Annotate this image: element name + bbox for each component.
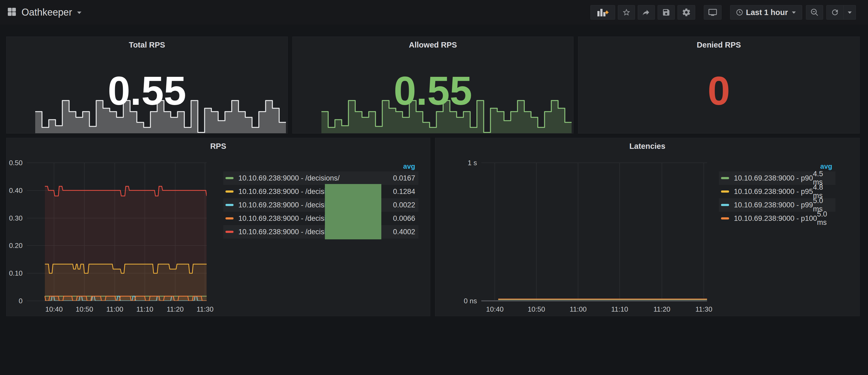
legend-series-swatch-icon[interactable] (225, 231, 234, 233)
refresh-icon (831, 8, 839, 17)
x-axis-label: 10:40 (476, 305, 514, 313)
x-axis-label: 11:20 (643, 305, 681, 313)
refresh-button[interactable] (826, 5, 843, 20)
y-axis-label: 0 (0, 297, 23, 305)
legend-series-label[interactable]: 10.10.69.238:9000 - p99 (734, 201, 813, 209)
x-axis-label: 11:30 (186, 305, 224, 313)
rps-series-plot (27, 163, 207, 301)
x-axis-line (481, 300, 707, 302)
legend-row[interactable]: 10.10.69.238:9000 - /decisions/0.0022 (223, 198, 418, 212)
legend-series-swatch-icon[interactable] (721, 177, 729, 179)
legend-series-swatch-icon[interactable] (225, 204, 234, 206)
panel-denied-rps: Denied RPS 0 (578, 36, 860, 133)
legend-row[interactable]: 10.10.69.238:9000 - p995.0 ms (719, 198, 835, 212)
cycle-view-button[interactable] (704, 5, 721, 20)
y-axis-label: 0.30 (0, 214, 23, 222)
y-axis-label: 0 ns (437, 297, 477, 305)
panel-allowed-rps: Allowed RPS 0.55 (292, 36, 574, 133)
legend-row[interactable]: 10.10.69.238:9000 - p904.5 ms (719, 171, 835, 185)
legend-series-label[interactable]: 10.10.69.238:9000 - /decisions/ (238, 201, 340, 209)
legend-avg-value: 5.0 ms (817, 210, 832, 227)
star-button[interactable] (618, 5, 635, 20)
save-icon (662, 8, 671, 17)
legend-row[interactable]: 10.10.69.238:9000 - /decisions/0.0066 (223, 212, 418, 225)
time-range-caret-down-icon (791, 11, 797, 14)
time-range-picker[interactable]: Last 1 hour (730, 5, 802, 20)
refresh-caret-down-icon (847, 11, 852, 14)
panel-title-denied-rps[interactable]: Denied RPS (578, 40, 859, 50)
legend-series-swatch-icon[interactable] (721, 204, 729, 206)
legend-avg-value: 0.0167 (393, 174, 415, 182)
clock-icon (736, 9, 743, 16)
legend-row[interactable]: 10.10.69.238:9000 - p954.8 ms (719, 185, 835, 198)
refresh-button-group (826, 5, 856, 20)
y-axis-label: 1 s (437, 159, 477, 167)
latencies-series-plot (481, 163, 707, 301)
legend-series-label[interactable]: 10.10.69.238:9000 - /decisions/ (238, 228, 340, 236)
legend-avg-value: 0.4002 (393, 228, 415, 236)
legend-avg-header[interactable]: avg (223, 161, 418, 171)
star-icon (622, 8, 631, 17)
stat-value-total-rps: 0.55 (6, 71, 287, 111)
x-axis-label: 11:00 (559, 305, 597, 313)
save-button[interactable] (658, 5, 675, 20)
legend-row[interactable]: 10.10.69.238:9000 - /decisions/0.0167 (223, 171, 418, 185)
rps-legend: avg10.10.69.238:9000 - /decisions/0.0167… (223, 161, 418, 239)
dashboard-caret-down-icon[interactable] (76, 11, 82, 15)
y-axis-label: 0.20 (0, 242, 23, 250)
panel-title-latencies[interactable]: Latencies (435, 142, 859, 151)
grafana-dashboard: Oathkeeper (0, 0, 868, 375)
panel-total-rps: Total RPS 0.55 (6, 36, 288, 133)
stat-value-allowed-rps: 0.55 (293, 71, 573, 111)
panel-title-total-rps[interactable]: Total RPS (6, 40, 287, 50)
panel-title-allowed-rps[interactable]: Allowed RPS (293, 40, 573, 50)
y-axis-label: 0.40 (0, 186, 23, 195)
refresh-interval-dropdown[interactable] (843, 5, 856, 20)
legend-series-label[interactable]: 10.10.69.238:9000 - p100 (734, 214, 817, 223)
share-icon (642, 8, 651, 17)
add-panel-icon (597, 8, 609, 17)
dashboard-title[interactable]: Oathkeeper (22, 7, 72, 18)
green-overlay-box (325, 184, 381, 239)
legend-avg-value: 0.1284 (393, 187, 415, 196)
x-axis-label: 11:30 (685, 305, 723, 313)
legend-avg-value: 0.0066 (393, 214, 415, 223)
legend-row[interactable]: 10.10.69.238:9000 - /decisions/0.1284 (223, 185, 418, 198)
navbar-right: Last 1 hour (588, 5, 856, 20)
legend-avg-value: 0.0022 (393, 201, 415, 209)
gear-icon (682, 8, 691, 17)
navbar: Oathkeeper (0, 0, 868, 25)
zoom-out-icon (810, 8, 819, 17)
time-range-label: Last 1 hour (746, 8, 788, 17)
legend-series-swatch-icon[interactable] (721, 217, 729, 219)
legend-series-label[interactable]: 10.10.69.238:9000 - /decisions/ (238, 187, 340, 196)
panel-title-rps[interactable]: RPS (6, 142, 430, 151)
navbar-left: Oathkeeper (6, 6, 82, 18)
stat-value-denied-rps: 0 (578, 71, 859, 111)
legend-row[interactable]: 10.10.69.238:9000 - /decisions/0.4002 (223, 225, 418, 239)
legend-series-label[interactable]: 10.10.69.238:9000 - p95 (734, 187, 813, 196)
y-axis-label: 0.50 (0, 159, 23, 167)
latencies-legend: avg10.10.69.238:9000 - p904.5 ms10.10.69… (719, 161, 835, 225)
dashboard-grid-icon[interactable] (6, 6, 17, 18)
x-axis-label: 11:10 (601, 305, 639, 313)
legend-series-label[interactable]: 10.10.69.238:9000 - /decisions/ (238, 214, 340, 223)
legend-series-label[interactable]: 10.10.69.238:9000 - p90 (734, 174, 813, 182)
panel-latencies-chart: Latencies 1 s0 ns10:4010:5011:0011:1011:… (435, 138, 860, 316)
legend-series-swatch-icon[interactable] (225, 177, 234, 179)
legend-series-swatch-icon[interactable] (721, 190, 729, 193)
legend-series-swatch-icon[interactable] (225, 217, 234, 219)
share-button[interactable] (638, 5, 655, 20)
tv-monitor-icon (708, 8, 717, 17)
settings-button[interactable] (678, 5, 695, 20)
legend-row[interactable]: 10.10.69.238:9000 - p1005.0 ms (719, 212, 835, 225)
zoom-out-button[interactable] (806, 5, 823, 20)
panel-rps-chart: RPS 0.500.400.300.200.10010:4010:5011:00… (6, 138, 430, 316)
y-axis-label: 0.10 (0, 269, 23, 278)
legend-series-swatch-icon[interactable] (225, 190, 234, 193)
x-axis-label: 10:50 (518, 305, 555, 313)
add-panel-button[interactable] (590, 5, 615, 20)
legend-series-label[interactable]: 10.10.69.238:9000 - /decisions/ (238, 174, 340, 182)
